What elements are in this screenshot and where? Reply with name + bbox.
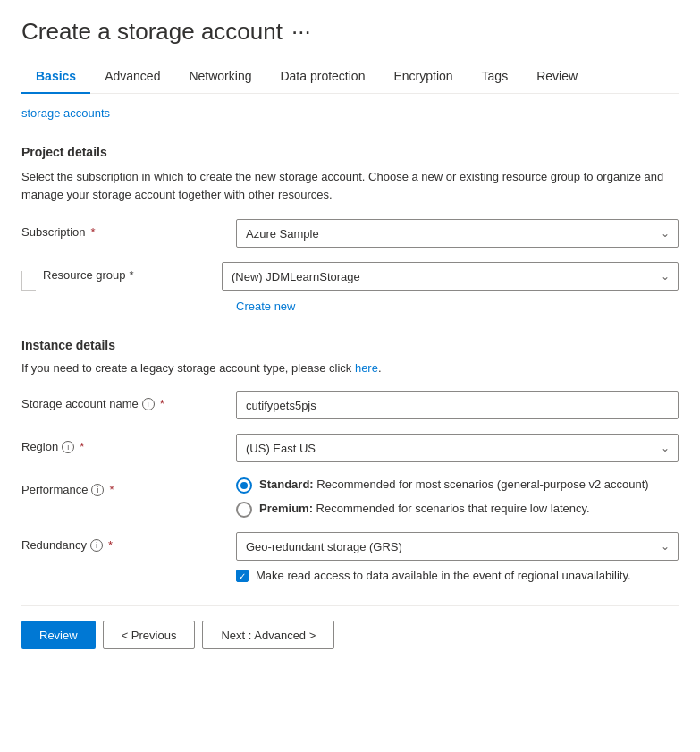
performance-premium-radio[interactable] xyxy=(236,502,252,518)
legacy-notice: If you need to create a legacy storage a… xyxy=(21,361,679,375)
redundancy-info-icon[interactable]: i xyxy=(90,539,103,552)
region-select[interactable]: (US) East US xyxy=(236,434,679,462)
subscription-select[interactable]: Azure Sample xyxy=(236,219,679,248)
tab-encryption[interactable]: Encryption xyxy=(379,60,467,94)
page-title-dots: ··· xyxy=(291,18,311,46)
resource-group-connector xyxy=(21,271,36,291)
performance-radio-group: Standard: Recommended for most scenarios… xyxy=(236,477,679,518)
storage-account-name-row: Storage account name i * xyxy=(21,391,679,419)
redundancy-control: Geo-redundant storage (GRS) ⌄ ✓ Make rea… xyxy=(236,532,679,584)
redundancy-required: * xyxy=(108,538,113,552)
performance-label: Performance i * xyxy=(21,477,236,496)
instance-details-section: Instance details If you need to create a… xyxy=(21,338,679,584)
project-details-section: Project details Select the subscription … xyxy=(21,145,679,313)
legacy-link[interactable]: here xyxy=(355,361,378,375)
region-label: Region i * xyxy=(21,434,236,453)
storage-name-required: * xyxy=(160,397,164,410)
storage-account-name-control xyxy=(236,391,679,419)
performance-row: Performance i * Standard: Recommended fo… xyxy=(21,477,679,518)
region-required: * xyxy=(80,440,84,453)
redundancy-select[interactable]: Geo-redundant storage (GRS) xyxy=(236,532,679,561)
subscription-control: Azure Sample ⌄ xyxy=(236,219,679,248)
tab-basics[interactable]: Basics xyxy=(21,60,90,94)
redundancy-checkbox[interactable]: ✓ xyxy=(236,570,249,582)
project-details-title: Project details xyxy=(21,145,679,159)
region-select-wrapper: (US) East US ⌄ xyxy=(236,434,679,462)
create-new-link-row: Create new xyxy=(21,296,679,313)
tab-navigation: Basics Advanced Networking Data protecti… xyxy=(21,60,679,94)
resource-group-required: * xyxy=(130,268,134,282)
tab-networking[interactable]: Networking xyxy=(174,60,266,94)
instance-details-title: Instance details xyxy=(21,338,679,352)
region-control: (US) East US ⌄ xyxy=(236,434,679,462)
redundancy-label: Redundancy i * xyxy=(21,532,236,552)
subscription-select-wrapper: Azure Sample ⌄ xyxy=(236,219,679,248)
redundancy-select-wrapper: Geo-redundant storage (GRS) ⌄ xyxy=(236,532,679,561)
tab-review[interactable]: Review xyxy=(522,60,592,94)
redundancy-checkbox-label: Make read access to data available in th… xyxy=(256,568,631,584)
review-button[interactable]: Review xyxy=(21,621,96,649)
subscription-required: * xyxy=(91,225,96,239)
redundancy-checkbox-row: ✓ Make read access to data available in … xyxy=(236,568,679,584)
resource-group-indent xyxy=(21,262,43,291)
redundancy-row: Redundancy i * Geo-redundant storage (GR… xyxy=(21,532,679,584)
breadcrumb: storage accounts xyxy=(21,94,679,127)
performance-standard-option[interactable]: Standard: Recommended for most scenarios… xyxy=(236,477,679,494)
project-details-description: Select the subscription in which to crea… xyxy=(21,168,679,203)
checkbox-check-icon: ✓ xyxy=(239,571,246,581)
performance-premium-text: Premium: Recommended for scenarios that … xyxy=(259,501,590,517)
tab-tags[interactable]: Tags xyxy=(468,60,523,94)
create-new-link[interactable]: Create new xyxy=(236,300,295,313)
tab-advanced[interactable]: Advanced xyxy=(90,60,174,94)
breadcrumb-link[interactable]: storage accounts xyxy=(21,106,110,120)
previous-button[interactable]: < Previous xyxy=(103,621,196,649)
storage-account-name-label: Storage account name i * xyxy=(21,391,236,410)
region-row: Region i * (US) East US ⌄ xyxy=(21,434,679,462)
performance-required: * xyxy=(109,483,114,496)
subscription-row: Subscription * Azure Sample ⌄ xyxy=(21,219,679,248)
performance-control: Standard: Recommended for most scenarios… xyxy=(236,477,679,518)
resource-group-control: (New) JDMLearnStorage ⌄ xyxy=(222,262,679,291)
performance-info-icon[interactable]: i xyxy=(91,484,104,496)
page-title: Create a storage account xyxy=(21,18,283,46)
tab-data-protection[interactable]: Data protection xyxy=(266,60,379,94)
subscription-label: Subscription * xyxy=(21,219,236,239)
region-info-icon[interactable]: i xyxy=(62,441,74,453)
performance-standard-text: Standard: Recommended for most scenarios… xyxy=(259,477,649,493)
footer: Review < Previous Next : Advanced > xyxy=(21,606,679,663)
resource-group-row: Resource group * (New) JDMLearnStorage ⌄ xyxy=(21,262,679,291)
resource-group-select[interactable]: (New) JDMLearnStorage xyxy=(222,262,679,291)
performance-standard-radio[interactable] xyxy=(236,477,252,494)
next-button[interactable]: Next : Advanced > xyxy=(202,621,334,649)
storage-name-info-icon[interactable]: i xyxy=(142,398,155,410)
performance-standard-dot xyxy=(240,482,248,489)
storage-account-name-input[interactable] xyxy=(236,391,679,419)
resource-group-select-wrapper: (New) JDMLearnStorage ⌄ xyxy=(222,262,679,291)
resource-group-label: Resource group * xyxy=(43,262,222,282)
performance-premium-option[interactable]: Premium: Recommended for scenarios that … xyxy=(236,501,679,518)
